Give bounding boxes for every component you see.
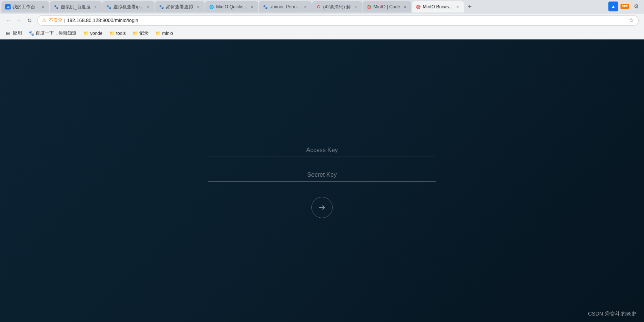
access-key-group bbox=[208, 144, 436, 157]
tab-4-close[interactable]: × bbox=[195, 4, 201, 9]
login-button[interactable]: ➜ bbox=[311, 197, 333, 218]
tab-4-label: 如何查看虚拟 bbox=[166, 4, 193, 10]
jilu-folder-icon: 📁 bbox=[133, 31, 138, 36]
tab-5-favicon: 🌐 bbox=[209, 4, 214, 9]
tab-1-label: 我的工作台 - bbox=[13, 4, 38, 10]
tools-folder-icon: 📁 bbox=[109, 31, 115, 36]
watermark-text: CSDN @奋斗的老史 bbox=[588, 311, 636, 317]
bookmark-tools-label: tools bbox=[116, 31, 126, 36]
back-button[interactable]: ← bbox=[3, 15, 14, 26]
tab-4[interactable]: 🐾 如何查看虚拟 × bbox=[155, 1, 205, 13]
ext-icon-off[interactable]: OFF bbox=[620, 2, 630, 11]
ext-icon-1[interactable]: ▲ bbox=[608, 2, 618, 11]
tab-8[interactable]: 🎯 MinIO | Code × bbox=[363, 1, 411, 13]
tab-1-close[interactable]: × bbox=[40, 4, 45, 9]
tab-2-label: 虚拟机_百度搜 bbox=[61, 4, 91, 10]
bookmark-yonde-label: yonde bbox=[90, 31, 103, 36]
bookmark-minio[interactable]: 📁 minio bbox=[152, 29, 176, 38]
watermark: CSDN @奋斗的老史 bbox=[588, 311, 636, 317]
secret-key-group bbox=[208, 168, 436, 182]
login-form: ➜ bbox=[208, 144, 436, 218]
tab-1[interactable]: 🖥 我的工作台 - × bbox=[2, 1, 49, 13]
baidu-icon: 🐾 bbox=[29, 31, 34, 36]
bookmark-jilu-label: 记录 bbox=[139, 30, 148, 36]
apps-icon: ⊞ bbox=[6, 31, 11, 36]
tab-9-label: MinIO Brows... bbox=[423, 4, 453, 9]
login-arrow-icon: ➜ bbox=[319, 203, 325, 212]
tab-2-favicon: 🐾 bbox=[53, 4, 59, 9]
yonde-folder-icon: 📁 bbox=[83, 31, 89, 36]
bookmark-star-icon[interactable]: ☆ bbox=[628, 17, 634, 24]
tab-3[interactable]: 🐾 虚拟机查看ip... × bbox=[102, 1, 155, 13]
tab-5-close[interactable]: × bbox=[249, 4, 255, 9]
tab-7-close[interactable]: × bbox=[353, 4, 358, 9]
tab-8-favicon: 🎯 bbox=[366, 4, 372, 9]
tab-5[interactable]: 🌐 MinIO Quicks... × bbox=[205, 1, 258, 13]
security-text: 不安全 bbox=[49, 17, 63, 24]
tab-3-favicon: 🐾 bbox=[106, 4, 111, 9]
secret-key-input[interactable] bbox=[208, 168, 436, 181]
tab-3-close[interactable]: × bbox=[145, 4, 151, 9]
tab-7-favicon: C bbox=[316, 4, 321, 9]
tab-9-close[interactable]: × bbox=[455, 4, 460, 9]
tab-7[interactable]: C (42条消息) 解 × bbox=[312, 1, 362, 13]
url-bar[interactable]: ⚠ 不安全 | 192.168.80.128:9000/minio/login … bbox=[37, 15, 639, 26]
security-warning-icon: ⚠ bbox=[42, 17, 47, 23]
ext-settings[interactable]: ⚙ bbox=[631, 2, 641, 11]
tab-2[interactable]: 🐾 虚拟机_百度搜 × bbox=[50, 1, 102, 13]
tab-8-close[interactable]: × bbox=[402, 4, 408, 9]
access-key-input[interactable] bbox=[208, 144, 436, 157]
bookmark-jilu[interactable]: 📁 记录 bbox=[130, 28, 152, 38]
bookmark-baidu[interactable]: 🐾 百度一下，你就知道 bbox=[26, 28, 80, 38]
tab-1-favicon: 🖥 bbox=[5, 4, 11, 9]
url-separator: | bbox=[64, 17, 65, 23]
tab-9-favicon: 🎯 bbox=[416, 4, 421, 9]
tab-3-label: 虚拟机查看ip... bbox=[113, 4, 143, 10]
bookmark-tools[interactable]: 📁 tools bbox=[106, 29, 129, 38]
tab-4-favicon: 🐾 bbox=[159, 4, 164, 9]
bookmark-apps[interactable]: ⊞ 应用 bbox=[3, 28, 25, 38]
tab-5-label: MinIO Quicks... bbox=[216, 4, 247, 9]
forward-button[interactable]: → bbox=[14, 15, 24, 26]
bookmark-baidu-label: 百度一下，你就知道 bbox=[36, 30, 77, 36]
tab-bar: 🖥 我的工作台 - × 🐾 虚拟机_百度搜 × 🐾 虚拟机查看ip... × 🐾… bbox=[0, 0, 644, 14]
tab-8-label: MinIO | Code bbox=[374, 4, 400, 9]
tab-6-label: ./minio: Perm... bbox=[270, 4, 300, 9]
tab-6-close[interactable]: × bbox=[303, 4, 308, 9]
browser-chrome: 🖥 我的工作台 - × 🐾 虚拟机_百度搜 × 🐾 虚拟机查看ip... × 🐾… bbox=[0, 0, 644, 39]
address-bar: ← → ↻ ⚠ 不安全 | 192.168.80.128:9000/minio/… bbox=[0, 14, 644, 27]
reload-button[interactable]: ↻ bbox=[24, 15, 35, 26]
tab-9[interactable]: 🎯 MinIO Brows... × bbox=[412, 1, 464, 13]
extensions-area: ▲ OFF ⚙ bbox=[608, 2, 641, 11]
tab-7-label: (42条消息) 解 bbox=[323, 4, 351, 10]
bookmark-apps-label: 应用 bbox=[13, 30, 22, 36]
main-content: ➜ CSDN @奋斗的老史 bbox=[0, 39, 644, 322]
tab-6[interactable]: 🐾 ./minio: Perm... × bbox=[259, 1, 312, 13]
bookmark-yonde[interactable]: 📁 yonde bbox=[80, 29, 106, 38]
tab-6-favicon: 🐾 bbox=[263, 4, 268, 9]
bookmarks-bar: ⊞ 应用 🐾 百度一下，你就知道 📁 yonde 📁 tools 📁 记录 📁 … bbox=[0, 27, 644, 39]
new-tab-button[interactable]: + bbox=[464, 2, 475, 12]
tab-2-close[interactable]: × bbox=[93, 4, 98, 9]
minio-folder-icon: 📁 bbox=[155, 31, 161, 36]
url-text: 192.168.80.128:9000/minio/login bbox=[67, 17, 627, 23]
bookmark-minio-label: minio bbox=[162, 31, 173, 36]
